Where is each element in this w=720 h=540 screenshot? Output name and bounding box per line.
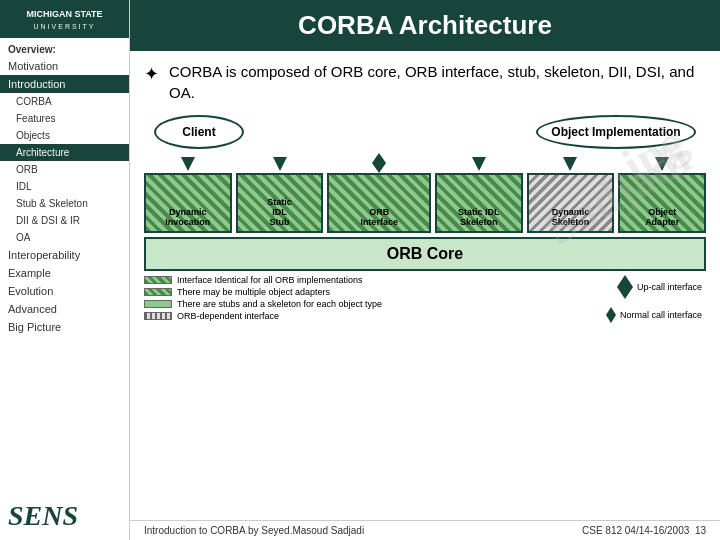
sens-logo: SENS (0, 492, 86, 540)
footer-left: Introduction to CORBA by Seyed.Masoud Sa… (144, 525, 364, 536)
tri-up-small-icon (606, 307, 616, 315)
overview-label: Overview: (0, 38, 64, 57)
dynamic-invocation-box: Dynamic Invocation (144, 173, 232, 233)
tri-down-small-icon (606, 315, 616, 323)
sidebar-item-dii-dsi[interactable]: DII & DSI & IR (0, 212, 129, 229)
dynamic-invocation-label: Dynamic (169, 207, 207, 217)
bullet-row: ✦ CORBA is composed of ORB core, ORB int… (144, 61, 706, 103)
sidebar-item-big-picture[interactable]: Big Picture (0, 318, 129, 336)
object-adapter-label1: Object (648, 207, 676, 217)
footer: Introduction to CORBA by Seyed.Masoud Sa… (130, 520, 720, 540)
bullet-text: CORBA is composed of ORB core, ORB inter… (169, 61, 706, 103)
static-idl-skeleton-box: Static IDL Skeleton (435, 173, 523, 233)
page-title: CORBA Architecture (130, 0, 720, 51)
orb-core-bar: ORB Core (144, 237, 706, 271)
legend-swatch-orb-dep (144, 312, 172, 320)
orb-interface-box: ORB Interface (327, 173, 431, 233)
arrow-object-adapter (655, 157, 669, 171)
static-idl-stub-label2: IDL (272, 207, 287, 217)
legend-item-stubs: There are stubs and a skeleton for each … (144, 299, 382, 309)
sidebar: MICHIGAN STATE UNIVERSITY Overview: Moti… (0, 0, 130, 540)
main-content: CORBA Architecture ✦ CORBA is composed o… (130, 0, 720, 540)
sidebar-item-idl[interactable]: IDL (0, 178, 129, 195)
top-labels-row: Client Object Implementation (144, 115, 706, 149)
boxes-container: Dynamic Invocation Static IDL Stub (144, 151, 706, 233)
legend-swatch-identical (144, 276, 172, 284)
boxes-row: Dynamic Invocation Static IDL Stub (144, 173, 706, 233)
tri-down-icon (617, 287, 633, 299)
normal-call-arrows (606, 307, 616, 323)
dynamic-skeleton-label2: Skeleton (552, 217, 590, 227)
legend-item-multiple: There may be multiple object adapters (144, 287, 382, 297)
orb-interface-label2: Interface (360, 217, 398, 227)
footer-right: CSE 812 04/14-16/2003 13 (582, 525, 706, 536)
sidebar-item-interoperability[interactable]: Interoperability (0, 246, 129, 264)
static-idl-stub-box: Static IDL Stub (236, 173, 324, 233)
sidebar-item-oa[interactable]: OA (0, 229, 129, 246)
normal-call-label: Normal call interface (620, 310, 702, 320)
legend-text-multiple: There may be multiple object adapters (177, 287, 330, 297)
sidebar-item-example[interactable]: Example (0, 264, 129, 282)
static-idl-stub-label1: Static (267, 197, 292, 207)
sidebar-item-features[interactable]: Features (0, 110, 129, 127)
legend-item-identical: Interface Identical for all ORB implemen… (144, 275, 382, 285)
tri-up-icon (617, 275, 633, 287)
arrow-static-stub (273, 157, 287, 171)
bullet-star-icon: ✦ (144, 63, 159, 85)
dynamic-invocation-label2: Invocation (165, 217, 210, 227)
sidebar-item-advanced[interactable]: Advanced (0, 300, 129, 318)
legend-text-identical: Interface Identical for all ORB implemen… (177, 275, 363, 285)
object-implementation-label: Object Implementation (536, 115, 696, 149)
dynamic-skeleton-label1: Dynamic (552, 207, 590, 217)
sidebar-item-motivation[interactable]: Motivation (0, 57, 129, 75)
sidebar-item-introduction[interactable]: Introduction (0, 75, 129, 93)
legend-swatch-stubs (144, 300, 172, 308)
dynamic-skeleton-box: Dynamic Skeleton (527, 173, 615, 233)
static-idl-skeleton-label1: Static IDL (458, 207, 500, 217)
arrow-static-skeleton (472, 157, 486, 171)
up-call-interface: Up-call interface (617, 275, 702, 299)
legend-item-orb-dep: ORB-dependent interface (144, 311, 382, 321)
sidebar-item-evolution[interactable]: Evolution (0, 282, 129, 300)
bottom-area: Interface Identical for all ORB implemen… (144, 275, 706, 323)
sidebar-item-architecture[interactable]: Architecture (0, 144, 129, 161)
sidebar-item-orb[interactable]: ORB (0, 161, 129, 178)
object-adapter-label2: Adapter (645, 217, 679, 227)
msu-logo: MICHIGAN STATE UNIVERSITY (0, 0, 129, 38)
legend: Interface Identical for all ORB implemen… (144, 275, 382, 321)
static-idl-skeleton-label2: Skeleton (460, 217, 498, 227)
arrow-dynamic-invocation (181, 157, 195, 171)
normal-call-interface: Normal call interface (606, 307, 702, 323)
architecture-diagram: ing Sadjadi Client Object Implementation… (144, 115, 706, 514)
sidebar-item-stub-skeleton[interactable]: Stub & Skeleton (0, 195, 129, 212)
up-call-label: Up-call interface (637, 282, 702, 292)
orb-interface-label1: ORB (369, 207, 389, 217)
up-call-arrows (617, 275, 633, 299)
msu-logo-bottom: UNIVERSITY (8, 23, 121, 30)
legend-text-stubs: There are stubs and a skeleton for each … (177, 299, 382, 309)
sidebar-item-objects[interactable]: Objects (0, 127, 129, 144)
legend-text-orb-dep: ORB-dependent interface (177, 311, 279, 321)
msu-logo-text: MICHIGAN STATE (8, 8, 121, 21)
arrow-dynamic-skeleton (563, 157, 577, 171)
legend-swatch-multiple (144, 288, 172, 296)
arrow-orb-interface (372, 153, 386, 173)
object-adapter-box: Object Adapter (618, 173, 706, 233)
client-label: Client (154, 115, 244, 149)
static-idl-stub-label3: Stub (270, 217, 290, 227)
sidebar-item-corba[interactable]: CORBA (0, 93, 129, 110)
content-area: ✦ CORBA is composed of ORB core, ORB int… (130, 51, 720, 520)
